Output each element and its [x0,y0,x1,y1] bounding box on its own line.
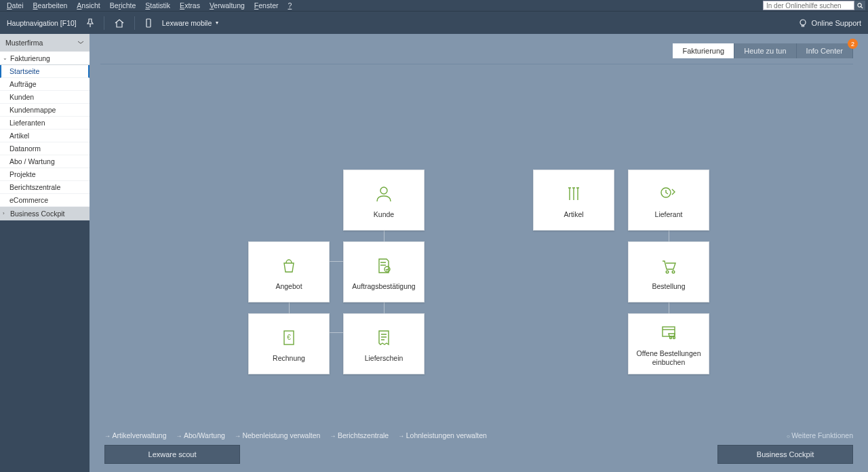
menu-statistik[interactable]: Statistik [141,1,174,10]
delivery-icon [657,182,680,206]
lexware-mobile-dropdown[interactable]: Lexware mobile [162,19,219,27]
sidebar-item-auftraege[interactable]: Aufträge [0,78,90,91]
link-artikelverwaltung[interactable]: Artikelverwaltung [104,431,166,439]
mobile-icon [144,18,153,28]
note-icon [372,326,395,350]
online-support-button[interactable]: Online Support [798,18,861,28]
menu-items: Datei Bearbeiten Ansicht Berichte Statis… [3,1,296,10]
bottom-buttons: Lexware scout Business Cockpit [104,445,853,464]
link-abo-wartung[interactable]: Abo/Wartung [176,431,224,439]
search-icon [857,3,863,9]
company-selector[interactable]: Musterfirma [0,34,90,52]
tile-rechnung[interactable]: € Rechnung [248,313,330,374]
svg-point-4 [380,187,387,194]
sidebar-item-abo[interactable]: Abo / Wartung [0,155,90,168]
chevron-down-icon [77,41,84,45]
invoice-icon: € [277,326,300,350]
tile-label: Lieferant [655,210,683,219]
sidebar: Musterfirma ⌄Fakturierung Startseite Auf… [0,34,90,472]
sidebar-item-projekte[interactable]: Projekte [0,168,90,181]
tile-area: Kunde Artikel Lieferant Angebot [248,170,709,374]
cart-icon [657,254,680,278]
help-search-wrap [763,1,865,10]
tab-fakturierung[interactable]: Fakturierung [673,43,734,58]
help-search-button[interactable] [854,1,865,10]
menu-help[interactable]: ? [283,1,296,10]
svg-point-13 [673,337,675,339]
bag-icon [277,254,300,278]
document-check-icon [372,254,395,278]
home-icon[interactable] [114,18,125,28]
sidebar-item-datanorm[interactable]: Datanorm [0,142,90,155]
work-area: Musterfirma ⌄Fakturierung Startseite Auf… [0,34,868,472]
menu-bar: Datei Bearbeiten Ansicht Berichte Statis… [0,0,868,11]
menu-fenster[interactable]: Fenster [250,1,283,10]
bottom-links: Artikelverwaltung Abo/Wartung Nebenleist… [104,431,853,439]
tab-strip: Fakturierung Heute zu tun Info Center 2 [673,43,853,58]
sidebar-section-fakturierung[interactable]: ⌄Fakturierung [0,52,90,65]
tile-label: Kunde [374,210,394,219]
tile-kunde[interactable]: Kunde [343,170,425,231]
tile-grid: Kunde Artikel Lieferant Angebot [248,170,709,374]
window-cart-icon [657,321,680,345]
nav-label: Hauptnavigation [F10] [7,19,77,27]
divider [100,64,853,64]
tile-lieferschein[interactable]: Lieferschein [343,313,425,374]
tile-lieferant[interactable]: Lieferant [628,170,709,231]
tile-label: Lieferschein [365,354,403,363]
svg-point-7 [666,271,669,273]
sidebar-item-kunden[interactable]: Kunden [0,91,90,104]
tile-label: Auftragsbestätigung [352,282,415,291]
tile-label: Artikel [564,210,583,219]
svg-point-8 [672,271,675,273]
svg-point-3 [800,20,806,25]
link-berichtszentrale[interactable]: Berichtszentrale [330,431,389,439]
svg-point-0 [857,3,861,6]
tile-bestellung[interactable]: Bestellung [628,241,709,302]
tile-label: Bestellung [652,282,685,291]
lexware-scout-button[interactable]: Lexware scout [104,445,240,464]
tile-offene-bestellungen[interactable]: Offene Bestellungen einbuchen [628,313,709,374]
svg-point-12 [670,337,672,339]
sidebar-section-cockpit[interactable]: ›Business Cockpit [0,207,90,220]
help-search-input[interactable] [763,1,854,10]
content-area: Fakturierung Heute zu tun Info Center 2 … [90,34,868,472]
info-badge: 2 [848,39,858,49]
sidebar-item-berichtszentrale[interactable]: Berichtszentrale [0,181,90,194]
sidebar-item-startseite[interactable]: Startseite [0,65,90,78]
tile-artikel[interactable]: Artikel [533,170,614,231]
menu-extras[interactable]: Extras [176,1,204,10]
link-lohnleistungen[interactable]: Lohnleistungen verwalten [398,431,487,439]
toolbar: Hauptnavigation [F10] Lexware mobile Onl… [0,11,868,34]
business-cockpit-button[interactable]: Business Cockpit [717,445,853,464]
svg-rect-2 [146,19,151,27]
tab-heute-zu-tun[interactable]: Heute zu tun [734,43,796,58]
menu-berichte[interactable]: Berichte [106,1,140,10]
person-icon [372,182,395,206]
menu-verwaltung[interactable]: Verwaltung [205,1,249,10]
svg-text:€: € [287,334,291,341]
bulb-icon [798,18,808,28]
sidebar-item-ecommerce[interactable]: eCommerce [0,194,90,207]
tile-angebot[interactable]: Angebot [248,241,330,302]
sidebar-item-lieferanten[interactable]: Lieferanten [0,117,90,130]
pin-icon[interactable] [86,18,94,28]
sidebar-item-artikel[interactable]: Artikel [0,130,90,142]
tile-label: Rechnung [273,354,305,363]
tab-info-center[interactable]: Info Center [797,43,853,58]
tools-icon [562,182,585,206]
menu-ansicht[interactable]: Ansicht [73,1,104,10]
tile-auftragsbestaetigung[interactable]: Auftragsbestätigung [343,241,425,302]
link-nebenleistung[interactable]: Nebenleistung verwalten [235,431,321,439]
menu-datei[interactable]: Datei [3,1,28,10]
menu-bearbeiten[interactable]: Bearbeiten [29,1,72,10]
sidebar-item-kundenmappe[interactable]: Kundenmappe [0,104,90,117]
svg-line-1 [861,6,862,7]
more-functions-link[interactable]: Weitere Funktionen [787,431,853,439]
sidebar-items: Startseite Aufträge Kunden Kundenmappe L… [0,65,90,207]
tile-label: Offene Bestellungen einbuchen [633,349,705,366]
tile-label: Angebot [275,282,302,291]
svg-point-6 [384,267,390,272]
